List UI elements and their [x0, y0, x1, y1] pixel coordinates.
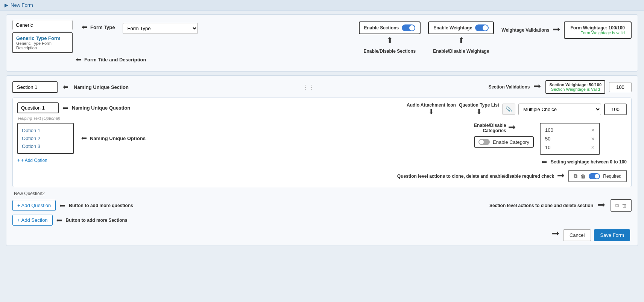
- enable-sections-toggle[interactable]: [402, 24, 415, 31]
- question-type-list-label: Question Type List: [459, 102, 499, 108]
- options-annotation: Naming Unique Options: [80, 134, 146, 142]
- enable-sections-toggle-box[interactable]: Enable Sections: [359, 21, 421, 34]
- required-toggle[interactable]: [589, 173, 600, 179]
- add-question-group: + Add Question Button to add more questi…: [12, 200, 133, 211]
- option-1: Option 1: [22, 127, 69, 134]
- arrow-right-save-icon: ⮕: [552, 229, 560, 241]
- section-name-input[interactable]: [12, 81, 58, 93]
- weight-row-3: 10 ✕: [543, 143, 597, 152]
- arrow-left-add-q-icon: [58, 201, 67, 210]
- setting-weightage-label: Setting weightage between 0 to 100: [551, 159, 627, 165]
- enable-weightage-toggle-box[interactable]: Enable Weightage: [428, 21, 494, 34]
- add-question-button[interactable]: + Add Question: [12, 200, 56, 211]
- form-title-annotation-row: Form Title and Description: [12, 55, 632, 64]
- arrow-left-weight-icon: [540, 158, 548, 166]
- section-validations-annotation: Section Validations: [488, 84, 530, 90]
- form-weightage-display: Form Weightage: 100/100: [571, 25, 625, 31]
- bottom-actions: + Add Question Button to add more questi…: [12, 199, 632, 212]
- enable-category-toggle[interactable]: [478, 139, 490, 145]
- arrow-up-sections-icon: ⬆: [386, 36, 393, 46]
- enable-weightage-label: Enable Weightage: [433, 25, 472, 31]
- drag-handle-icon[interactable]: ⋮⋮: [302, 84, 314, 91]
- add-option-button[interactable]: + + Add Option: [17, 158, 74, 163]
- enable-sections-label: Enable Sections: [364, 25, 399, 31]
- enable-category-toggle-row[interactable]: Enable Category: [474, 136, 534, 148]
- naming-unique-question-label: Naming Unique Question: [72, 105, 130, 111]
- add-section-group: + Add Section Button to add more Section…: [12, 215, 632, 226]
- audio-attachment-button[interactable]: 📎: [502, 104, 515, 115]
- form-title-desc-label: Form Title and Description: [84, 57, 146, 63]
- options-col: Option 1 Option 2 Option 3 + + Add Optio…: [17, 123, 74, 163]
- enable-weightage-block: Enable Weightage ⬆ Enable/Disable Weight…: [428, 21, 494, 54]
- section-1-container: Naming Unique Section ⋮⋮ Section Validat…: [6, 75, 638, 246]
- enable-weightage-toggle[interactable]: [475, 24, 489, 31]
- naming-unique-options-label: Naming Unique Options: [90, 136, 146, 141]
- form-type-select-wrap: Form Type: [123, 23, 198, 34]
- question-type-select[interactable]: Multiple Choice: [518, 104, 601, 115]
- arrow-right-section-val-icon: ⮕: [533, 82, 542, 92]
- question-weight-input[interactable]: [604, 104, 627, 115]
- save-form-button[interactable]: Save Form: [594, 229, 630, 241]
- add-section-button[interactable]: + Add Section: [12, 215, 53, 226]
- arrow-left-add-s-icon: [55, 216, 64, 224]
- weight-remove-1[interactable]: ✕: [591, 128, 595, 133]
- audio-attachment-annotation: Audio Attachment Icon ⬇: [407, 102, 456, 116]
- form-type-label: Form Type: [90, 24, 115, 30]
- weight-remove-3[interactable]: ✕: [591, 145, 595, 150]
- form-footer: ⮕ Cancel Save Form: [12, 229, 632, 241]
- new-question-label: New Question2: [12, 191, 632, 196]
- arrow-left-title-icon: [74, 55, 83, 64]
- weight-val-1: 100: [545, 127, 553, 133]
- clone-question-icon[interactable]: ⧉: [574, 173, 577, 179]
- section-actions-box: ⧉ 🗑: [611, 199, 632, 212]
- delete-question-icon[interactable]: 🗑: [580, 173, 586, 179]
- arrow-left-question-icon: [61, 104, 70, 112]
- enable-cat-annotation-row: Enable/DisableCategories ⮕: [474, 123, 516, 133]
- weight-row-2: 50 ✕: [543, 134, 597, 143]
- add-more-questions-label: Button to add more questions: [69, 203, 133, 208]
- question-name-annotation: Naming Unique Question: [17, 102, 130, 113]
- form-identity-block: Generic Type Form Generic Type Form Desc…: [12, 20, 73, 53]
- form-type-annotation: Form Type: [80, 23, 115, 31]
- enable-category-label: Enable Category: [493, 139, 529, 145]
- question-actions-row: Question level actions to clone, delete …: [17, 170, 627, 182]
- add-more-sections-label: Button to add more Sections: [66, 218, 128, 223]
- weights-area: 100 ✕ 50 ✕ 10 ✕: [540, 123, 627, 166]
- form-title-text: Generic Type Form: [16, 35, 69, 41]
- arrow-left-section-icon: [61, 83, 70, 91]
- clone-section-icon[interactable]: ⧉: [615, 202, 619, 209]
- add-question-label: + Add Question: [17, 203, 51, 208]
- weight-remove-2[interactable]: ✕: [591, 136, 595, 142]
- arrow-up-weightage-icon: ⬆: [458, 36, 465, 46]
- option-2: Option 2: [22, 134, 69, 142]
- form-generic-input[interactable]: [12, 20, 73, 30]
- cancel-label: Cancel: [570, 232, 585, 238]
- form-weightage-valid: Form Weightage is valid: [571, 31, 625, 35]
- arrow-left-form-type-icon: [80, 23, 89, 31]
- section-actions-annotation: Section level actions to clone and delet…: [489, 203, 593, 208]
- weights-box: 100 ✕ 50 ✕ 10 ✕: [540, 123, 600, 155]
- question-name-input[interactable]: [17, 102, 59, 113]
- weightage-validation-block: Weightage Validations ⮕ Form Weightage: …: [501, 21, 632, 39]
- arrow-down-qtype-icon: ⬇: [476, 108, 482, 116]
- help-text-label: Helping Text (Optional): [17, 116, 627, 120]
- breadcrumb-triangle-icon: ▶: [5, 2, 8, 8]
- enable-disable-weightage-label: Enable/Disable Weightage: [433, 49, 489, 54]
- q-actions-annotation: Question level actions to clone, delete …: [397, 174, 554, 179]
- form-type-select[interactable]: Form Type: [123, 23, 198, 34]
- add-section-label: + Add Section: [17, 217, 48, 223]
- cancel-button[interactable]: Cancel: [563, 229, 591, 241]
- enable-category-area: Enable/DisableCategories ⮕ Enable Catego…: [474, 123, 534, 151]
- add-option-label: + Add Option: [21, 158, 47, 163]
- save-label: Save Form: [600, 232, 624, 238]
- weight-val-3: 10: [545, 145, 550, 150]
- section-weight-valid: Section Weightage is Valid: [549, 87, 601, 92]
- setting-weightage-annotation: Setting weightage between 0 to 100: [540, 158, 627, 166]
- page-wrapper: ▶ New Form Generic Type Form Generic Typ…: [0, 0, 644, 302]
- audio-attachment-icon-label: Audio Attachment Icon: [407, 102, 456, 108]
- enable-sections-block: Enable Sections ⬆ Enable/Disable Section…: [359, 21, 421, 54]
- weightage-validations-label: Weightage Validations: [501, 27, 549, 33]
- section-weight-input[interactable]: [609, 82, 632, 92]
- delete-section-icon[interactable]: 🗑: [622, 202, 627, 209]
- options-list: Option 1 Option 2 Option 3: [17, 123, 74, 154]
